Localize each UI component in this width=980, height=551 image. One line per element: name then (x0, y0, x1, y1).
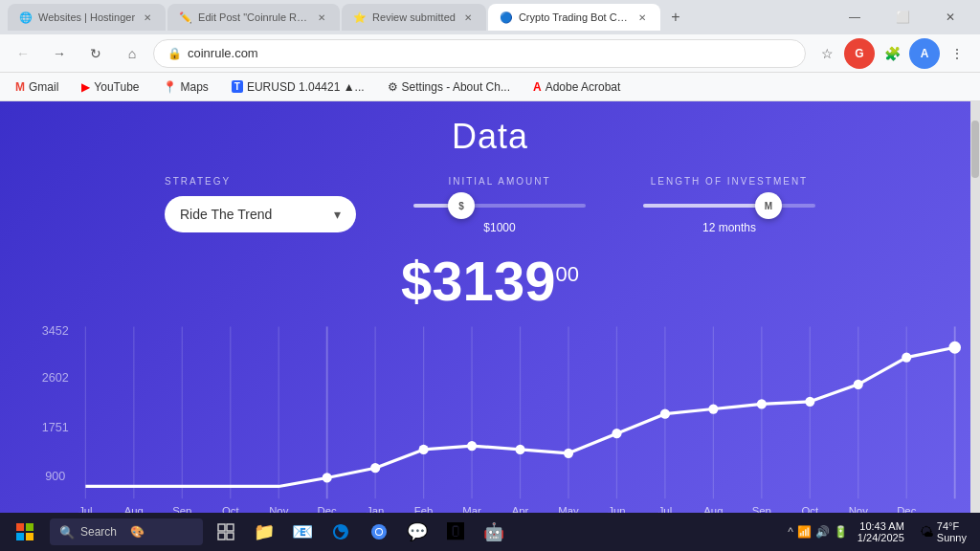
window-controls: — ⬜ ✕ (833, 4, 972, 31)
chrome-browser-icon (369, 522, 389, 541)
svg-rect-59 (16, 533, 24, 540)
refresh-button[interactable]: ↻ (80, 38, 111, 69)
scrollbar-thumb[interactable] (971, 121, 979, 178)
svg-point-31 (708, 404, 718, 413)
home-button[interactable]: ⌂ (117, 38, 147, 69)
taskbar-time[interactable]: 10:43 AM 1/24/2025 (858, 520, 904, 543)
svg-rect-62 (227, 524, 234, 531)
svg-point-27 (515, 445, 524, 454)
length-label: LENGTH OF INVESTMENT (651, 176, 808, 187)
bookmark-gmail[interactable]: M Gmail (8, 78, 66, 96)
tab-editpost[interactable]: ✏️ Edit Post "Coinrule Review best ✕ (167, 4, 340, 31)
svg-rect-60 (26, 533, 33, 540)
length-slider-track: M (643, 204, 815, 208)
title-bar: 🌐 Websites | Hostinger ✕ ✏️ Edit Post "C… (0, 0, 980, 34)
svg-point-28 (564, 449, 573, 458)
bookmark-eurusd[interactable]: T EURUSD 1.04421 ▲... (224, 78, 372, 96)
tab-close-4[interactable]: ✕ (635, 11, 649, 24)
slider-track: $ (413, 204, 586, 208)
slider-thumb[interactable]: $ (448, 192, 475, 219)
opera-icon[interactable]: 🅾 (440, 517, 471, 547)
tab-close-2[interactable]: ✕ (315, 11, 328, 24)
back-button[interactable]: ← (8, 38, 38, 69)
start-button[interactable] (8, 515, 42, 549)
chevron-icon[interactable]: ^ (788, 525, 793, 539)
tab-hostinger[interactable]: 🌐 Websites | Hostinger ✕ (8, 4, 166, 31)
task-view-button[interactable] (211, 517, 241, 547)
svg-text:900: 900 (45, 469, 65, 483)
tabs-row: 🌐 Websites | Hostinger ✕ ✏️ Edit Post "C… (8, 4, 829, 31)
svg-point-34 (854, 380, 863, 389)
coinrule-page: Data STRATEGY Ride The Trend ▾ INITIAL A… (0, 101, 980, 513)
main-amount: $313900 (401, 253, 579, 309)
svg-point-35 (902, 352, 911, 362)
address-bar[interactable]: 🔒 coinrule.com (153, 39, 806, 68)
svg-text:Oct: Oct (801, 505, 818, 513)
maximize-button[interactable]: ⬜ (880, 4, 924, 31)
svg-point-36 (948, 342, 961, 354)
svg-text:Sep: Sep (172, 505, 191, 513)
tab-close-3[interactable]: ✕ (461, 11, 475, 24)
bookmark-youtube[interactable]: ▶ YouTube (74, 78, 146, 96)
weather-info: 74°F Sunny (937, 520, 967, 543)
close-button[interactable]: ✕ (928, 4, 972, 31)
svg-text:Dec: Dec (318, 505, 337, 513)
new-tab-button[interactable]: + (662, 4, 689, 31)
weather-icon: 🌤 (920, 524, 933, 540)
strategy-group: STRATEGY Ride The Trend ▾ (165, 176, 356, 232)
initial-amount-label: INITIAL AMOUNT (448, 176, 550, 187)
edge-icon[interactable] (325, 517, 356, 547)
taskbar-right: ^ 📶 🔊 🔋 10:43 AM 1/24/2025 🌤 74°F Sunny (788, 518, 972, 545)
tab-review[interactable]: ⭐ Review submitted ✕ (342, 4, 486, 31)
svg-text:Feb: Feb (414, 505, 434, 513)
svg-text:3452: 3452 (42, 323, 69, 338)
taskbar-search[interactable]: 🔍 Search 🎨 (50, 518, 203, 545)
page-title: Data (452, 117, 528, 157)
initial-amount-slider[interactable]: $ (413, 196, 586, 215)
svg-text:Aug: Aug (703, 505, 723, 513)
forward-button[interactable]: → (44, 38, 75, 69)
svg-text:2602: 2602 (42, 370, 69, 385)
outlook-icon[interactable]: 📧 (287, 517, 318, 547)
bookmarks-bar: M Gmail ▶ YouTube 📍 Maps T EURUSD 1.0442… (0, 73, 980, 101)
svg-text:Nov: Nov (269, 505, 288, 513)
svg-point-32 (757, 399, 767, 408)
menu-button[interactable]: ⋮ (942, 38, 972, 69)
chrome-icon[interactable] (364, 517, 394, 547)
svg-point-26 (467, 441, 477, 451)
tab-close-1[interactable]: ✕ (141, 11, 154, 24)
length-slider[interactable]: M (643, 196, 815, 215)
svg-text:Sep: Sep (752, 505, 771, 513)
svg-point-33 (805, 397, 814, 407)
page-content: Data STRATEGY Ride The Trend ▾ INITIAL A… (0, 101, 980, 513)
scrollbar[interactable] (970, 101, 980, 513)
google-account-button[interactable]: G (844, 38, 875, 69)
task-view-icon (217, 523, 234, 540)
bookmark-star-button[interactable]: ☆ (812, 38, 842, 69)
svg-rect-63 (218, 533, 225, 540)
strategy-dropdown[interactable]: Ride The Trend ▾ (165, 196, 356, 232)
network-icon[interactable]: 📶 (797, 525, 812, 539)
bookmark-adobe[interactable]: A Adobe Acrobat (525, 78, 628, 96)
volume-icon[interactable]: 🔊 (815, 525, 830, 539)
tab-coinrule[interactable]: 🔵 Crypto Trading Bot Coinrule ✕ (488, 4, 660, 31)
svg-text:Dec: Dec (897, 505, 916, 513)
file-explorer-icon[interactable]: 📁 (249, 517, 279, 547)
extensions-button[interactable]: 🧩 (877, 38, 907, 69)
bookmark-settings[interactable]: ⚙ Settings - About Ch... (380, 78, 518, 96)
ai-icon[interactable]: 🤖 (479, 517, 509, 547)
weather-widget[interactable]: 🌤 74°F Sunny (914, 518, 972, 545)
skype-icon[interactable]: 💬 (402, 517, 433, 547)
minimize-button[interactable]: — (833, 4, 877, 31)
length-value: 12 months (702, 221, 756, 234)
svg-text:May: May (558, 505, 579, 513)
length-slider-thumb[interactable]: M (755, 192, 782, 219)
lock-icon: 🔒 (167, 47, 182, 60)
toolbar: ← → ↻ ⌂ 🔒 coinrule.com ☆ G 🧩 A ⋮ (0, 34, 980, 73)
bookmark-maps[interactable]: 📍 Maps (155, 78, 216, 96)
dropdown-arrow-icon: ▾ (334, 207, 341, 222)
battery-icon[interactable]: 🔋 (834, 525, 848, 539)
profile-button[interactable]: A (909, 38, 940, 69)
initial-amount-group: INITIAL AMOUNT $ $1000 (413, 176, 586, 234)
taskbar-search-text: Search (80, 525, 117, 539)
